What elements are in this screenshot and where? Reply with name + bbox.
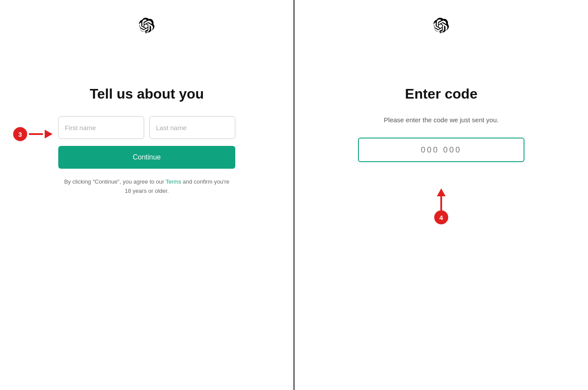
continue-button[interactable]: Continue bbox=[58, 146, 235, 169]
terms-link[interactable]: Terms bbox=[166, 178, 181, 185]
openai-logo bbox=[139, 18, 155, 33]
terms-prefix: By clicking "Continue", you agree to our bbox=[64, 178, 166, 185]
badge-3: 3 bbox=[13, 127, 27, 141]
annotation-3: 3 bbox=[13, 127, 53, 141]
right-panel-title: Enter code bbox=[405, 86, 477, 102]
left-panel-title: Tell us about you bbox=[90, 86, 204, 102]
openai-logo-right bbox=[433, 18, 449, 33]
badge-4: 4 bbox=[434, 210, 448, 224]
arrow-stem-3 bbox=[29, 133, 43, 135]
last-name-input[interactable] bbox=[149, 116, 235, 139]
code-input[interactable] bbox=[358, 138, 524, 162]
arrow-right-3 bbox=[45, 130, 53, 138]
annotation-4: 4 bbox=[434, 188, 448, 224]
enter-code-subtitle: Please enter the code we just sent you. bbox=[384, 116, 499, 124]
arrow-up-4 bbox=[437, 188, 446, 196]
left-panel: Tell us about you Continue By clicking "… bbox=[0, 0, 294, 390]
name-fields-container bbox=[58, 116, 235, 139]
first-name-input[interactable] bbox=[58, 116, 144, 139]
terms-text: By clicking "Continue", you agree to our… bbox=[64, 177, 230, 196]
right-panel: Enter code Please enter the code we just… bbox=[294, 0, 588, 390]
arrow-stem-4 bbox=[440, 196, 442, 210]
